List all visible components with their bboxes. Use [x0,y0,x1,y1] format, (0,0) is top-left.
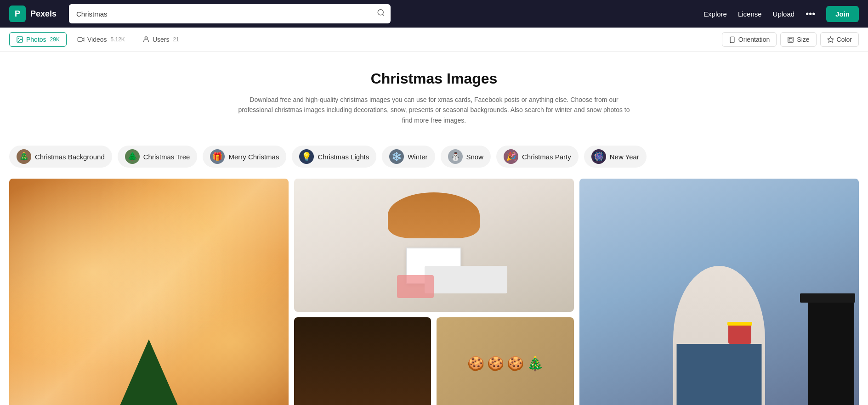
hero-section: Christmas Images Download free and high-… [0,52,868,135]
video-icon [77,36,85,43]
tag-avatar-snow: ⛄ [448,149,463,164]
header: P Pexels Explore License Upload ••• Join [0,0,868,28]
tag-christmas-background[interactable]: 🎄 Christmas Background [9,146,112,168]
tag-winter[interactable]: ❄️ Winter [382,146,435,168]
orientation-icon [729,36,736,43]
image-grid: 🍪 🍪 🍪 🎄 [0,175,868,405]
svg-line-1 [382,14,384,16]
filter-color[interactable]: Color [820,32,859,47]
tabs-bar: Photos 29K Videos 5.12K Users 21 Orienta [0,28,868,52]
image-card-cookies[interactable]: 🍪 🍪 🍪 🎄 [437,317,573,405]
image-card-table[interactable] [294,317,431,405]
photos-icon [16,36,23,43]
nav-upload[interactable]: Upload [773,10,795,18]
logo-text: Pexels [30,9,57,19]
search-input[interactable] [69,4,391,23]
image-card-wrapping[interactable] [294,179,573,312]
svg-rect-7 [788,37,793,42]
tag-avatar-new-year: 🎆 [591,149,606,164]
svg-point-0 [378,10,383,15]
page-title: Christmas Images [9,70,859,87]
tab-videos-count: 5.12K [111,36,125,43]
tab-photos[interactable]: Photos 29K [9,32,67,47]
pexels-logo-icon[interactable]: P [9,6,26,22]
svg-rect-8 [789,38,792,41]
tag-avatar-christmas-party: 🎉 [504,149,518,164]
image-card-bokeh[interactable] [9,179,289,405]
center-column: 🍪 🍪 🍪 🎄 [294,179,573,405]
nav-explore[interactable]: Explore [703,10,727,18]
tab-photos-count: 29K [50,36,60,43]
tag-merry-christmas[interactable]: 🎁 Merry Christmas [203,146,286,168]
size-icon [787,36,794,43]
svg-rect-6 [730,37,734,43]
svg-point-3 [18,38,19,39]
nav-license[interactable]: License [738,10,762,18]
tag-avatar-christmas-tree: 🌲 [125,149,140,164]
join-button[interactable]: Join [826,6,859,22]
filter-size[interactable]: Size [780,32,816,47]
tag-christmas-tree[interactable]: 🌲 Christmas Tree [118,146,198,168]
tabs-left: Photos 29K Videos 5.12K Users 21 [9,32,186,47]
svg-rect-4 [78,38,82,41]
filter-orientation[interactable]: Orientation [722,32,777,47]
image-card-person[interactable] [579,179,859,405]
nav-links: Explore License Upload ••• Join [703,6,859,22]
tag-christmas-party[interactable]: 🎉 Christmas Party [496,146,579,168]
color-icon [827,36,834,43]
tab-videos[interactable]: Videos 5.12K [70,32,132,47]
tab-users[interactable]: Users 21 [136,32,186,47]
tags-row: 🎄 Christmas Background 🌲 Christmas Tree … [0,135,868,175]
tag-new-year[interactable]: 🎆 New Year [584,146,647,168]
tag-avatar-christmas-lights: 💡 [299,149,314,164]
tag-avatar-merry-christmas: 🎁 [210,149,225,164]
tag-snow[interactable]: ⛄ Snow [441,146,491,168]
tab-videos-label: Videos [87,36,107,43]
center-bottom-row: 🍪 🍪 🍪 🎄 [294,317,573,405]
hero-description: Download free and high-quality christmas… [237,95,632,125]
search-bar [69,4,391,23]
filters-right: Orientation Size Color [722,32,859,47]
tag-christmas-lights[interactable]: 💡 Christmas Lights [292,146,376,168]
tab-users-label: Users [153,36,170,43]
logo-area: P Pexels [9,6,60,22]
nav-more-button[interactable]: ••• [806,9,815,19]
tab-photos-label: Photos [26,36,46,43]
users-icon [142,36,150,43]
tab-users-count: 21 [173,36,179,43]
svg-point-5 [145,37,147,39]
tag-avatar-winter: ❄️ [389,149,404,164]
tag-avatar-christmas-background: 🎄 [17,149,31,164]
search-icon [377,9,385,17]
search-button[interactable] [377,9,385,19]
